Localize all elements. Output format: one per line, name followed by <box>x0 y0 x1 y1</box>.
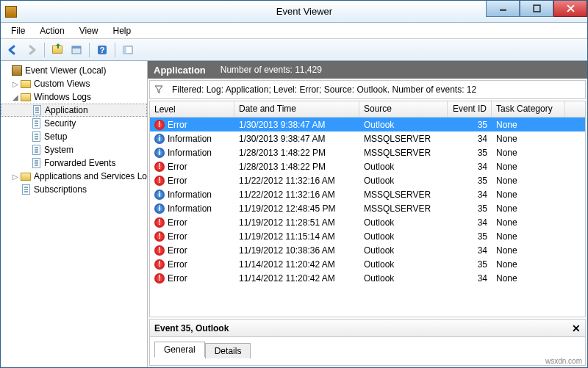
cell-level: Information <box>168 203 212 214</box>
table-row[interactable]: iInformation11/22/2012 11:32:16 AMMSSQLS… <box>150 187 585 201</box>
col-eventid[interactable]: Event ID <box>448 101 492 117</box>
col-source[interactable]: Source <box>359 101 448 117</box>
cell-source: Outlook <box>359 273 448 284</box>
table-row[interactable]: !Error11/14/2012 11:20:42 AMOutlook35Non… <box>150 257 585 271</box>
table-row[interactable]: iInformation1/28/2013 1:48:22 PMMSSQLSER… <box>150 145 585 159</box>
error-icon: ! <box>154 259 165 270</box>
col-date[interactable]: Date and Time <box>234 101 359 117</box>
folder-icon <box>21 173 31 181</box>
pane-button[interactable] <box>119 41 137 59</box>
help-button[interactable]: ? <box>93 41 111 59</box>
minimize-button[interactable] <box>486 1 520 17</box>
cell-source: Outlook <box>359 259 448 270</box>
table-row[interactable]: iInformation11/19/2012 12:48:45 PMMSSQLS… <box>150 201 585 215</box>
cell-date: 11/19/2012 12:48:45 PM <box>234 203 359 214</box>
back-button[interactable] <box>4 41 21 59</box>
app-window: Event Viewer File Action View Help ? Eve… <box>0 0 588 368</box>
cell-category: None <box>492 203 565 214</box>
cell-date: 1/30/2013 9:38:47 AM <box>234 120 359 130</box>
tree-custom-views[interactable]: ▷Custom Views <box>1 77 147 90</box>
cell-source: MSSQLSERVER <box>359 148 448 158</box>
folder-icon <box>52 46 62 54</box>
table-row[interactable]: iInformation1/30/2013 9:38:47 AMMSSQLSER… <box>150 131 585 145</box>
maximize-button[interactable] <box>520 1 553 17</box>
tab-general[interactable]: General <box>154 342 205 357</box>
table-row[interactable]: !Error11/22/2012 11:32:16 AMOutlook35Non… <box>150 173 585 187</box>
svg-rect-1 <box>534 5 540 12</box>
cell-date: 11/14/2012 11:20:42 AM <box>234 259 359 270</box>
col-category[interactable]: Task Category <box>492 101 565 117</box>
cell-date: 11/22/2012 11:32:16 AM <box>234 176 359 186</box>
table-row[interactable]: !Error11/19/2012 11:28:51 AMOutlook34Non… <box>150 215 585 229</box>
menu-help[interactable]: Help <box>106 24 139 37</box>
cell-source: MSSQLSERVER <box>359 203 448 214</box>
filter-bar[interactable]: Filtered: Log: Application; Level: Error… <box>149 80 586 99</box>
error-icon: ! <box>154 217 165 228</box>
log-icon <box>33 105 41 115</box>
titlebar[interactable]: Event Viewer <box>1 1 587 23</box>
table-row[interactable]: !Error1/28/2013 1:48:22 PMOutlook34None <box>150 159 585 173</box>
log-icon <box>32 145 40 155</box>
log-icon <box>32 118 40 129</box>
cell-date: 11/19/2012 10:38:36 AM <box>234 245 359 256</box>
detail-close-icon[interactable]: ✕ <box>572 322 581 334</box>
cell-date: 11/14/2012 11:20:42 AM <box>234 273 359 284</box>
close-button[interactable] <box>553 1 587 17</box>
cell-level: Error <box>168 120 187 130</box>
cell-eventid: 35 <box>448 203 492 214</box>
tree-setup[interactable]: Setup <box>1 130 147 143</box>
log-count: Number of events: 11,429 <box>220 65 322 75</box>
table-row[interactable]: !Error11/19/2012 11:15:14 AMOutlook35Non… <box>150 229 585 243</box>
cell-category: None <box>492 134 565 144</box>
table-row[interactable]: !Error11/14/2012 11:20:42 AMOutlook34Non… <box>150 271 585 285</box>
cell-category: None <box>492 162 565 172</box>
error-icon: ! <box>154 176 165 186</box>
cell-source: Outlook <box>359 217 448 228</box>
cell-level: Error <box>168 162 187 172</box>
tree-subscriptions[interactable]: Subscriptions <box>1 183 147 196</box>
menu-file[interactable]: File <box>4 24 32 37</box>
tree-forwarded[interactable]: Forwarded Events <box>1 156 147 170</box>
event-grid[interactable]: Level Date and Time Source Event ID Task… <box>149 101 586 317</box>
tree-system[interactable]: System <box>1 143 147 156</box>
menu-view[interactable]: View <box>72 24 106 37</box>
tree-security[interactable]: Security <box>1 117 147 130</box>
table-row[interactable]: !Error1/30/2013 9:38:47 AMOutlook35None <box>150 118 585 131</box>
grid-rows[interactable]: !Error1/30/2013 9:38:47 AMOutlook35Nonei… <box>150 118 585 317</box>
nav-tree[interactable]: Event Viewer (Local) ▷Custom Views ◢Wind… <box>1 61 148 367</box>
cell-level: Error <box>168 259 187 270</box>
up-button[interactable] <box>49 41 66 59</box>
cell-date: 11/19/2012 11:15:14 AM <box>234 231 359 242</box>
menubar: File Action View Help <box>1 23 587 39</box>
cell-category: None <box>492 176 565 186</box>
toolbar-separator <box>44 43 45 57</box>
log-icon <box>32 158 40 168</box>
cell-source: Outlook <box>359 245 448 256</box>
error-icon: ! <box>154 162 165 172</box>
eventviewer-icon <box>12 65 22 76</box>
tree-apps-services[interactable]: ▷Applications and Services Lo <box>1 170 147 183</box>
menu-action[interactable]: Action <box>32 24 71 37</box>
detail-tabs: General Details <box>150 337 585 357</box>
properties-button[interactable] <box>68 41 85 59</box>
cell-source: Outlook <box>359 231 448 242</box>
tab-details[interactable]: Details <box>205 343 251 358</box>
table-row[interactable]: !Error11/19/2012 10:38:36 AMOutlook34Non… <box>150 243 585 257</box>
log-icon <box>32 131 40 142</box>
cell-eventid: 34 <box>448 245 492 256</box>
folder-icon <box>21 93 31 101</box>
grid-header[interactable]: Level Date and Time Source Event ID Task… <box>150 101 585 118</box>
info-icon: i <box>154 203 165 214</box>
cell-category: None <box>492 245 565 256</box>
cell-eventid: 35 <box>448 259 492 270</box>
forward-button[interactable] <box>23 41 40 59</box>
cell-category: None <box>492 190 565 200</box>
detail-title: Event 35, Outlook <box>154 323 229 333</box>
tree-root[interactable]: Event Viewer (Local) <box>1 64 147 77</box>
cell-source: Outlook <box>359 176 448 186</box>
cell-eventid: 35 <box>448 176 492 186</box>
col-level[interactable]: Level <box>150 101 234 117</box>
cell-level: Error <box>168 273 187 284</box>
tree-windows-logs[interactable]: ◢Windows Logs <box>1 90 147 104</box>
tree-application[interactable]: Application <box>1 104 147 117</box>
